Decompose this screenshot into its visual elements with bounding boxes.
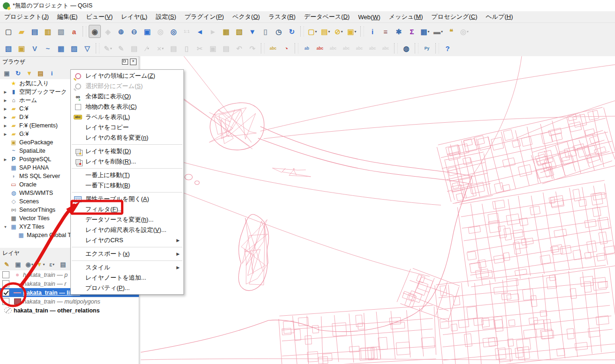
zoom-last[interactable]: ◄	[194, 25, 206, 38]
context-menu-move-to-bottom[interactable]: 一番下に移動(B)	[71, 180, 183, 191]
layer-visibility-checkbox[interactable]	[2, 289, 9, 296]
new-geopackage-layer[interactable]: ▣	[15, 42, 28, 55]
filter-legend[interactable]: ▼▾	[35, 259, 46, 269]
layer-visibility-checkbox[interactable]	[2, 280, 9, 287]
context-menu-layer-crs[interactable]: レイヤのCRS▶	[71, 235, 183, 245]
show-hide-labels[interactable]: abc	[340, 42, 352, 55]
refresh[interactable]: ↻	[286, 25, 298, 38]
save-project[interactable]: ▤	[29, 25, 41, 38]
menubar-item[interactable]: 設定(S)	[152, 12, 180, 22]
toggle-editing[interactable]: ✎	[115, 42, 127, 55]
menubar-item[interactable]: Web(W)	[354, 13, 384, 22]
paste-features[interactable]: ▤	[220, 42, 232, 55]
context-menu-move-to-top[interactable]: 一番上に移動(T)	[71, 170, 183, 180]
new-spatial-bookmark[interactable]: ▼	[246, 25, 258, 38]
redo[interactable]: ↷	[246, 42, 258, 55]
new-shapefile-layer[interactable]: V	[29, 42, 41, 55]
layer-labeling[interactable]: abc	[267, 42, 279, 55]
highlight-pinned-labels[interactable]: abc	[314, 42, 326, 55]
menubar-item[interactable]: プロジェクト(J)	[0, 12, 53, 22]
field-calculator[interactable]: ≡	[380, 25, 392, 38]
python-console[interactable]: Py	[421, 42, 433, 55]
cut-features[interactable]: ✂	[194, 42, 206, 55]
zoom-in[interactable]: ⊕	[115, 25, 127, 38]
layer-row-layer-multipolygons[interactable]: hakata_train — multipolygons	[0, 297, 139, 306]
new-3d-map-view[interactable]: ▧	[233, 25, 245, 38]
context-menu-show-feature-count[interactable]: 地物の数を表示(C)	[71, 102, 183, 112]
copy-features[interactable]: ▣	[207, 42, 219, 55]
new-spatialite-layer[interactable]: ~	[42, 42, 54, 55]
new-map-view[interactable]: ▦	[220, 25, 232, 38]
move-label[interactable]: abc	[353, 42, 365, 55]
context-menu-export[interactable]: エクスポート(x)▶	[71, 249, 183, 259]
menubar-item[interactable]: プラグイン(P)	[181, 12, 228, 22]
layout-manager[interactable]: ▥	[42, 25, 54, 38]
context-menu-styles[interactable]: スタイル▶	[71, 262, 183, 273]
context-menu-show-labels[interactable]: abcラベルを表示(L)	[71, 112, 183, 122]
zoom-to-layer[interactable]: ◎	[167, 25, 180, 38]
run-feature-action[interactable]: ◎▾	[458, 25, 471, 38]
show-unplaced-labels[interactable]: abc	[327, 42, 339, 55]
zoom-native-resolution[interactable]: 1:1	[181, 25, 193, 38]
context-menu-change-data-source[interactable]: データソースを変更(h)...	[71, 215, 183, 225]
deselect-features[interactable]: ⊘▾	[333, 25, 345, 38]
open-project[interactable]: ▰	[15, 25, 28, 38]
digitize-with-segment[interactable]: ∕▾	[141, 42, 153, 55]
delete-selected[interactable]: ▯	[181, 42, 193, 55]
identify-features[interactable]: i	[366, 25, 379, 38]
add-group[interactable]: ▣	[13, 259, 23, 269]
expander-icon[interactable]: ▼	[3, 225, 8, 229]
expander-icon[interactable]: ▶	[3, 98, 8, 103]
pan-map[interactable]: ◉	[89, 25, 101, 38]
context-menu-add-layer-notes[interactable]: レイヤノートを追加...	[71, 273, 183, 283]
menubar-item[interactable]: 編集(E)	[53, 12, 82, 22]
menubar-item[interactable]: ヘルプ(H)	[482, 12, 517, 22]
expander-icon[interactable]: ▶	[3, 132, 8, 136]
add-selected-layers[interactable]: ▣	[1, 68, 12, 78]
select-features-by-value[interactable]: ▤▾	[319, 25, 332, 38]
zoom-out[interactable]: ⊖	[128, 25, 140, 38]
layer-row-layer-other-relations[interactable]: hakata_train — other_relations	[0, 306, 139, 315]
browser-float-button[interactable]	[122, 59, 128, 65]
context-menu-open-attribute-table[interactable]: 属性テーブルを開く(A)	[71, 194, 183, 204]
new-temporary-scratch-layer[interactable]: ▦	[55, 42, 67, 55]
context-menu-copy-layer[interactable]: レイヤをコピー	[71, 122, 183, 133]
filter-browser[interactable]: ▼	[24, 68, 35, 78]
context-menu-rename-layer[interactable]: レイヤの名前を変更(n)	[71, 133, 183, 143]
menubar-item[interactable]: メッシュ(M)	[385, 12, 427, 22]
context-menu-properties[interactable]: プロパティ(P)...	[71, 283, 183, 293]
temporal-controller[interactable]: ◷	[273, 25, 285, 38]
processing-toolbox[interactable]: ✱	[393, 25, 405, 38]
undo[interactable]: ↶	[233, 42, 245, 55]
new-virtual-layer[interactable]: ▨	[68, 42, 80, 55]
expander-icon[interactable]: ▶	[3, 115, 8, 119]
layer-visibility-checkbox[interactable]	[2, 271, 9, 278]
zoom-next[interactable]: ►	[207, 25, 219, 38]
save-layer-edits[interactable]: ▤	[128, 42, 140, 55]
expand-collapse-all[interactable]: ▤	[58, 259, 68, 269]
change-label[interactable]: abc	[380, 42, 392, 55]
metasearch[interactable]: ◍	[400, 42, 412, 55]
browser-close-button[interactable]: ×	[130, 59, 137, 65]
open-layer-styling[interactable]: ✎	[1, 259, 12, 269]
map-canvas[interactable]	[141, 56, 615, 364]
context-menu-zoom-to-layer[interactable]: レイヤの領域にズーム(Z)	[71, 71, 183, 81]
rotate-label[interactable]: abc	[366, 42, 379, 55]
data-source-manager[interactable]: ▧	[2, 42, 15, 55]
expander-icon[interactable]: ▶	[3, 157, 8, 162]
menubar-item[interactable]: レイヤ(L)	[117, 12, 152, 22]
show-layout-manager[interactable]: ▧	[55, 25, 67, 38]
browser-properties[interactable]: i	[46, 68, 57, 78]
context-menu-duplicate-layer[interactable]: レイヤを複製(D)	[71, 146, 183, 156]
zoom-to-selection[interactable]: ◎	[154, 25, 167, 38]
style-manager[interactable]: a	[68, 25, 80, 38]
select-by-location[interactable]: ▣▾	[346, 25, 358, 38]
pin-labels[interactable]: ab	[301, 42, 313, 55]
expander-icon[interactable]: ▶	[3, 124, 8, 128]
manage-map-themes[interactable]: ◉▾	[24, 259, 35, 269]
new-mesh-layer[interactable]: ▽	[81, 42, 93, 55]
collapse-all[interactable]: ▤	[35, 68, 46, 78]
menubar-item[interactable]: プロセシング(C)	[427, 12, 482, 22]
menubar-item[interactable]: ビュー(V)	[82, 12, 117, 22]
show-spatial-bookmarks[interactable]: ▯	[259, 25, 272, 38]
